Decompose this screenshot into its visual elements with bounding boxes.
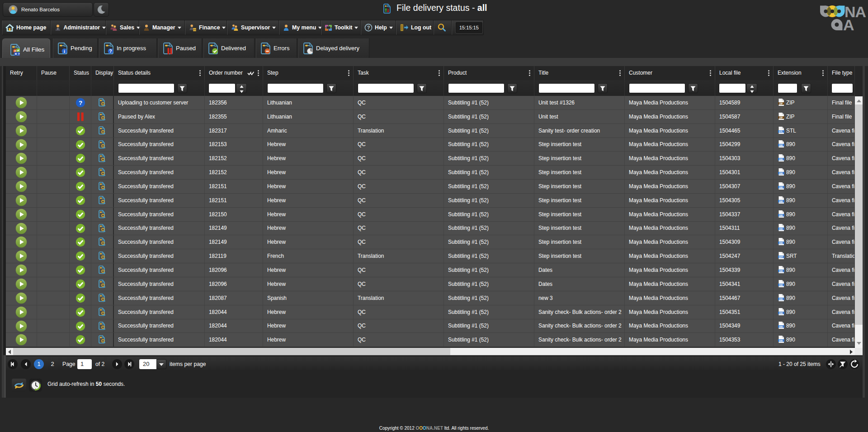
svg-text:?: ? [18, 52, 20, 56]
svg-text:ZIP: ZIP [779, 117, 783, 119]
svg-text:i: i [64, 49, 65, 54]
svg-text:SRT: SRT [779, 256, 783, 258]
svg-text:A: A [843, 16, 854, 32]
svg-text:?: ? [367, 25, 370, 30]
svg-text:890: 890 [779, 200, 783, 203]
svg-text:890: 890 [779, 172, 783, 175]
svg-text:890: 890 [779, 298, 783, 300]
svg-text:890: 890 [779, 326, 783, 328]
svg-text:890: 890 [779, 214, 783, 217]
svg-text:890: 890 [779, 144, 783, 147]
svg-text:890: 890 [779, 312, 783, 314]
svg-text:?: ? [109, 49, 112, 54]
svg-text:890: 890 [779, 242, 783, 244]
svg-text:890: 890 [779, 158, 783, 161]
svg-text:890: 890 [779, 186, 783, 189]
svg-text:890: 890 [779, 270, 783, 272]
svg-text:890: 890 [779, 340, 783, 342]
svg-text:890: 890 [779, 228, 783, 230]
svg-text:ZIP: ZIP [779, 103, 783, 105]
svg-text:STL: STL [779, 131, 783, 133]
svg-text:?: ? [78, 100, 82, 106]
svg-text:890: 890 [779, 284, 783, 286]
